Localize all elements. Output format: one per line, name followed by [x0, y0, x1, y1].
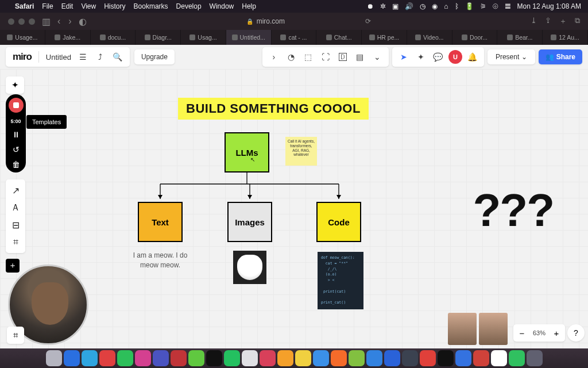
participant-thumbnails[interactable] [448, 313, 508, 345]
list-icon[interactable]: ▤ [353, 50, 367, 64]
dock-app-icon[interactable] [242, 350, 258, 366]
zoom-in-button[interactable]: + [548, 324, 565, 342]
browser-tab[interactable]: Usage... [0, 30, 45, 45]
display-icon[interactable]: ▣ [392, 2, 399, 10]
search-icon[interactable]: 🔍 [113, 52, 123, 62]
notifications-icon[interactable]: 🔔 [466, 50, 479, 64]
cat-image[interactable] [233, 251, 266, 284]
dock-app-icon[interactable] [135, 350, 151, 366]
node-code[interactable]: Code [316, 202, 361, 242]
canvas-heading[interactable]: BUILD SOMETHING COOOL [178, 98, 369, 120]
battery-icon[interactable]: 🔋 [465, 2, 474, 10]
dock-app-icon[interactable] [295, 350, 311, 366]
browser-tab[interactable]: docu... [91, 30, 136, 45]
dock-app-icon[interactable] [349, 350, 365, 366]
reactions-icon[interactable]: ✦ [414, 50, 428, 64]
control-center-icon[interactable]: 𝌆 [505, 2, 511, 10]
download-icon[interactable]: ⤓ [531, 16, 537, 26]
browser-tab[interactable]: Usag... [181, 30, 226, 45]
dock-app-icon[interactable] [64, 350, 80, 366]
help-button[interactable]: ? [567, 324, 585, 342]
board-title[interactable]: Untitled [46, 53, 71, 62]
dock-app-icon[interactable] [331, 350, 347, 366]
dock-app-icon[interactable] [206, 350, 222, 366]
present-button[interactable]: Present ⌄ [488, 49, 535, 64]
status-icon[interactable]: ◉ [432, 2, 438, 10]
browser-tab[interactable]: 12 Au... [543, 30, 588, 45]
tabs-overview-icon[interactable]: ⧉ [575, 16, 580, 26]
record-icon[interactable]: ⏺ [367, 2, 374, 10]
dock-app-icon[interactable] [402, 350, 418, 366]
note-icon[interactable]: 🄳 [336, 50, 350, 64]
dock-app-icon[interactable] [455, 350, 471, 366]
dock-app-icon[interactable] [313, 350, 329, 366]
dock-app-icon[interactable] [527, 350, 543, 366]
stop-recording-button[interactable] [9, 98, 24, 113]
dock-app-icon[interactable] [99, 350, 115, 366]
timer-icon[interactable]: ◔ [284, 50, 298, 64]
settings-icon[interactable]: ✲ [380, 2, 386, 10]
dock-app-icon[interactable] [260, 350, 276, 366]
browser-tab[interactable]: Door... [452, 30, 498, 45]
shield-icon[interactable]: ◐ [79, 16, 87, 27]
reload-icon[interactable]: ⟳ [365, 17, 371, 25]
dock-app-icon[interactable] [366, 350, 382, 366]
node-llms[interactable]: LLMs [225, 132, 269, 172]
code-snippet-image[interactable]: def meow_can(): cat = "**" /_/\ (o.o) > … [318, 252, 363, 309]
miro-logo[interactable]: miro [13, 51, 32, 63]
menubar-item[interactable]: File [42, 2, 53, 10]
browser-tab[interactable]: Chat... [316, 30, 362, 45]
window-controls[interactable] [8, 18, 35, 25]
address-bar[interactable]: 🔒 miro.com ⟳ [94, 17, 524, 25]
dock-app-icon[interactable] [46, 350, 62, 366]
add-tool-button[interactable]: ＋ [6, 259, 20, 273]
export-icon[interactable]: ⤴ [95, 52, 106, 62]
dock-app-icon[interactable] [171, 350, 187, 366]
forward-button[interactable]: › [68, 16, 71, 26]
dock-app-icon[interactable] [491, 350, 507, 366]
participant-thumbnail[interactable] [479, 313, 508, 345]
browser-tab[interactable]: Video... [407, 30, 452, 45]
back-button[interactable]: ‹ [57, 16, 60, 26]
dock-app-icon[interactable] [384, 350, 400, 366]
wifi-icon[interactable]: ⚞ [480, 2, 486, 10]
pause-recording-button[interactable]: ⏸ [12, 130, 20, 139]
clock-icon[interactable]: ◷ [420, 2, 425, 10]
node-text[interactable]: Text [138, 202, 183, 242]
chevron-right-icon[interactable]: › [267, 50, 281, 64]
node-images[interactable]: Images [227, 202, 272, 242]
main-menu-icon[interactable]: ☰ [78, 52, 88, 62]
browser-tab[interactable]: Diagr... [136, 30, 181, 45]
menubar-clock[interactable]: Mon 12 Aug 1:08 AM [517, 2, 581, 10]
chevron-down-icon[interactable]: ⌄ [370, 50, 384, 64]
sidebar-toggle-icon[interactable]: ▥ [42, 16, 51, 27]
browser-tab[interactable]: Untitled... [226, 30, 272, 45]
zoom-out-button[interactable]: − [513, 324, 531, 342]
sticky-note[interactable]: Call it AI agents, transformers, AGI, RA… [285, 137, 317, 166]
frame-tool-icon[interactable]: ⌗ [7, 233, 24, 251]
zoom-value[interactable]: 63% [531, 329, 548, 336]
browser-tab[interactable]: cat - ... [272, 30, 317, 45]
focus-icon[interactable]: ⛶ [319, 50, 332, 64]
menubar-item[interactable]: Bookmarks [134, 2, 168, 10]
bluetooth-icon[interactable]: ᛒ [455, 2, 459, 10]
menubar-item[interactable]: Develop [176, 2, 202, 10]
menubar-item[interactable]: History [104, 2, 125, 10]
upgrade-button[interactable]: Upgrade [134, 49, 175, 64]
menubar-item[interactable]: Window [210, 2, 234, 10]
cursor-tool-icon[interactable]: ➤ [397, 50, 411, 64]
browser-tab[interactable]: HR pe... [362, 30, 407, 45]
status-icon[interactable]: ⌂ [444, 2, 448, 10]
menubar-item[interactable]: Help [242, 2, 256, 10]
menubar-app-name[interactable]: Safari [15, 2, 34, 10]
ai-assist-button[interactable]: ✦ [6, 76, 24, 94]
restart-recording-button[interactable]: ↺ [13, 145, 20, 154]
volume-icon[interactable]: 🔊 [405, 2, 413, 10]
share-button[interactable]: 👥Share [539, 49, 582, 64]
dock-app-icon[interactable] [224, 350, 240, 366]
share-icon[interactable]: ⇪ [545, 16, 551, 26]
delete-recording-button[interactable]: 🗑 [12, 160, 20, 169]
search-icon[interactable]: ⦾ [493, 2, 498, 10]
dock-app-icon[interactable] [82, 350, 98, 366]
dock-app-icon[interactable] [473, 350, 489, 366]
